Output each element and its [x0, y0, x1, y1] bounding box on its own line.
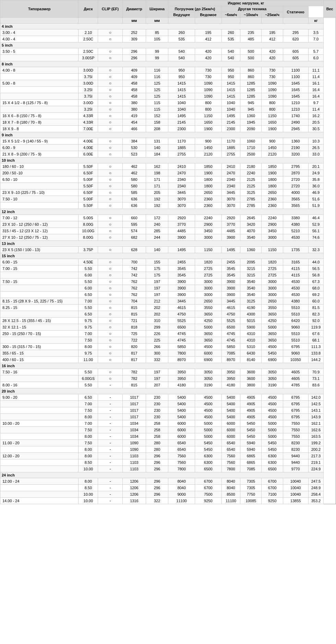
cell-diametr: 700	[122, 259, 146, 265]
cell-tiporazmer: 15 X 5 1/2 - 9 (140 / 55 - 9)	[0, 138, 79, 145]
cell-diametr: 458	[122, 87, 146, 93]
cell-clip: ○	[98, 272, 122, 278]
cell-tiporazmer: 12.00 - 20	[0, 453, 79, 459]
cell-vedomoe: 5450	[195, 440, 222, 446]
cell-speed2: 5310	[240, 344, 262, 350]
cell-speed1: 3770	[221, 221, 240, 228]
table-row: 6.00 - 94.00E○53014018851450188517101450…	[0, 145, 336, 151]
cell-ves: 36.0	[308, 183, 324, 189]
section-header-row: 15 inch	[0, 253, 336, 259]
cell-speed3: 1090	[262, 87, 283, 93]
cell-staticno: 5510	[283, 305, 308, 311]
cell-veduschee: 2340	[168, 176, 195, 183]
col-header-pogruzchik: Погрузчик (до 25км/ч)	[168, 6, 221, 12]
cell-shirina: 125	[146, 80, 168, 87]
cell-veduschee: 1170	[168, 138, 195, 145]
cell-staticno: 4380	[283, 298, 308, 305]
table-row: 3.50 - 52.50C○296995404205405004206055.7	[0, 48, 336, 55]
cell-speed2: 3540	[240, 234, 262, 241]
cell-staticno: 8230	[283, 440, 308, 446]
cell-clip: ○	[98, 163, 122, 170]
cell-speed1: 3445	[221, 298, 240, 305]
unit-vedomoe	[195, 18, 222, 24]
cell-disk: 8.00	[79, 414, 98, 420]
cell-ves: 73.1	[308, 375, 324, 382]
cell-veduschee: 5525	[168, 318, 195, 324]
section-title: 15 inch	[0, 253, 324, 259]
cell-veduschee: 3070	[168, 202, 195, 209]
cell-clip: ○	[98, 247, 122, 253]
cell-diametr: 466	[122, 126, 146, 132]
cell-shirina: 197	[146, 369, 168, 375]
table-row: 28 X 12.5 - 15 (355 / 45 - 15)9.75○72131…	[0, 318, 336, 324]
cell-staticno: 10350	[283, 357, 308, 363]
cell-speed2: 4905	[240, 401, 262, 407]
cell-speed1: 2755	[221, 151, 240, 158]
cell-diametr: 762	[122, 278, 146, 285]
table-row: 4.00 - 42.50C○3091055354125354854126207.…	[0, 36, 336, 42]
cell-speed1: 260	[221, 29, 240, 36]
cell-tiporazmer: 3.00 - 4	[0, 29, 79, 36]
cell-ves: 11.1	[308, 67, 324, 74]
unit-diametr: мм	[122, 18, 146, 24]
unit-clip	[98, 18, 122, 24]
cell-disk: 5.50F	[79, 183, 98, 189]
table-row: 23 X 10 - 12 (250 / 60 - 12)8.00G○595240…	[0, 221, 336, 228]
cell-speed1: 1170	[221, 138, 240, 145]
cell-tiporazmer: 200 / 50 -10	[0, 170, 79, 176]
cell-ves: 20.1	[308, 163, 324, 170]
section-title: 10 inch	[0, 158, 324, 163]
unit-ves: кг	[308, 18, 324, 24]
cell-staticno: 4380	[283, 221, 308, 228]
cell-speed3: 730	[262, 67, 283, 74]
cell-vedomoe: 5000	[195, 427, 222, 433]
cell-staticno: 13855	[283, 498, 308, 504]
cell-ves: 26.5	[308, 145, 324, 151]
cell-ves: 163.5	[308, 433, 324, 440]
cell-speed3: 2240	[262, 215, 283, 221]
section-title: 5 inch	[0, 42, 324, 48]
cell-speed2: 4310	[240, 337, 262, 344]
cell-clip: ○	[98, 215, 122, 221]
col-header-shirina: Ширина	[146, 0, 168, 18]
cell-shirina: 198	[146, 170, 168, 176]
cell-speed3: 5000	[262, 420, 283, 427]
cell-vedomoe: 2650	[195, 189, 222, 196]
cell-speed3: 412	[262, 36, 283, 42]
cell-ves: 199.2	[308, 440, 324, 446]
cell-speed1: 7560	[221, 453, 240, 459]
cell-staticno: 1360	[283, 138, 308, 145]
col-header-disk: Диск	[79, 0, 98, 18]
cell-tiporazmer: 15 X 4 1/2 - 8 (125 / 75 - 8)	[0, 100, 79, 106]
table-row: 16 X 6 - 8 (150 / 75 - 8)4.33R○419152149…	[0, 113, 336, 119]
col-header-clip: CLIP (EF)	[98, 0, 122, 18]
cell-diametr: 742	[122, 265, 146, 272]
cell-speed2: 2125	[240, 176, 262, 183]
cell-shirina: 212	[146, 298, 168, 305]
cell-veduschee: 7560	[168, 453, 195, 459]
cell-tiporazmer	[0, 106, 79, 113]
cell-shirina: 258	[146, 433, 168, 440]
cell-veduschee: 7800	[168, 466, 195, 472]
cell-vedomoe: 3000	[195, 278, 222, 285]
table-row: 200 / 50 -106.50F○4621982470190024702240…	[0, 170, 336, 176]
cell-speed2: 1060	[240, 138, 262, 145]
cell-disk: 9.75	[79, 318, 98, 324]
cell-diametr: 704	[122, 298, 146, 305]
cell-vedomoe: 2360	[195, 196, 222, 202]
cell-shirina: 175	[146, 265, 168, 272]
cell-staticno: 8230	[283, 446, 308, 453]
cell-vedomoe: 3450	[195, 228, 222, 234]
cell-disk: 5.50	[79, 305, 98, 311]
cell-speed2: 1360	[240, 113, 262, 119]
cell-speed3: 2360	[262, 202, 283, 209]
cell-diametr: 815	[122, 305, 146, 311]
cell-vedomoe: 1900	[195, 170, 222, 176]
cell-shirina: 310	[146, 318, 168, 324]
table-row: 6.00○74217535452725354532152725411556.8	[0, 272, 336, 278]
cell-speed2: 1285	[240, 93, 262, 100]
table-row: 6.50○76219739003000390035403000453069.2	[0, 292, 336, 298]
cell-speed3: 1800	[262, 183, 283, 189]
section-header-row: 24 inch	[0, 472, 336, 478]
cell-speed3: 3000	[262, 285, 283, 292]
